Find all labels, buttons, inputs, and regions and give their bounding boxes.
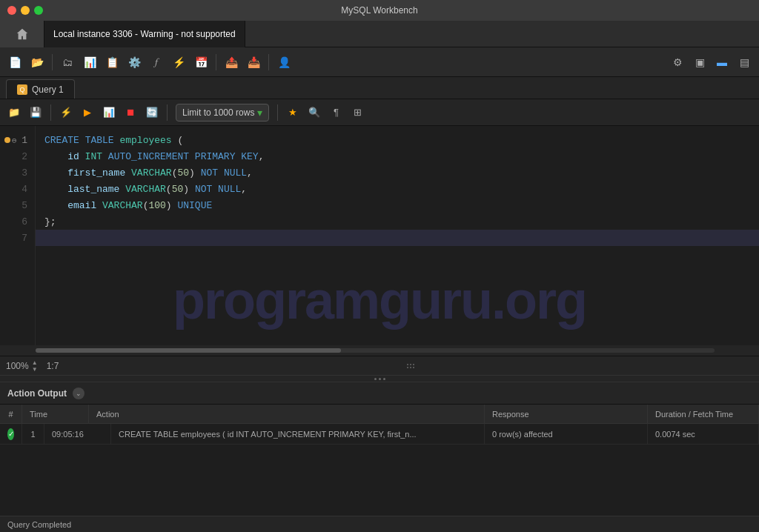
output-td-duration: 0.0074 sec [648,424,759,444]
line-num-5: 5 [0,197,35,213]
import-btn[interactable]: 📥 [243,52,264,73]
nav-bar: Local instance 3306 - Warning - not supp… [0,21,759,47]
stop-btn[interactable]: ⏹ [121,103,140,122]
limit-arrow-icon: ▾ [257,107,262,119]
bottom-status-bar: Query Completed [0,516,759,532]
line-num-3: 3 [0,164,35,181]
breakpoint-dot [4,137,10,143]
query-toolbar: 📁 💾 ⚡ ▶ 📊 ⏹ 🔄 Limit to 1000 rows ▾ ★ 🔍 ¶… [0,99,759,126]
output-table-header: # Time Action Response Duration / Fetch … [0,405,759,424]
trigger-btn[interactable]: ⚡ [168,52,189,73]
bookmark-btn[interactable]: ★ [283,103,302,122]
line-num-6: 6 [0,213,35,230]
col-header-duration: Duration / Fetch Time [648,405,759,423]
sep1 [52,54,53,70]
zoom-control: 100% ▲ ▼ [6,359,38,373]
line-num-1: ⊖ 1 [0,132,35,148]
search-btn[interactable]: 🔍 [305,103,324,122]
line-num-4: 4 [0,181,35,197]
output-td-time: 09:05:16 [44,424,111,444]
maximize-button[interactable] [34,6,43,15]
home-button[interactable] [0,21,44,47]
drag-dot-row-1 [407,364,414,365]
col-header-time: Time [22,405,89,423]
limit-dropdown[interactable]: Limit to 1000 rows ▾ [176,104,269,122]
col-header-action: Action [89,405,485,423]
connection-tab[interactable]: Local instance 3306 - Warning - not supp… [44,21,245,47]
code-content: ⊖ 1 2 3 4 5 6 7 CREATE TABLE employees (… [0,126,759,345]
query-tab-1[interactable]: Q Query 1 [6,79,75,99]
close-button[interactable] [7,6,16,15]
output-td-num: 1 [22,424,44,444]
drag-handle[interactable] [406,362,415,370]
main-toolbar: 📄 📂 🗂 📊 📋 ⚙️ 𝑓 ⚡ 📅 📤 📥 👤 ⚙ ▣ ▬ ▤ [0,47,759,77]
user-btn[interactable]: 👤 [274,52,294,73]
event-btn[interactable]: 📅 [190,52,211,73]
h-scrollbar-thumb[interactable] [36,348,341,353]
code-lines[interactable]: CREATE TABLE employees ( id INT AUTO_INC… [36,126,759,345]
resize-dots [374,378,385,380]
success-icon: ✓ [7,428,14,440]
execute-sel-btn[interactable]: ▶ [78,103,97,122]
sep2 [216,54,216,70]
save-script-btn[interactable]: 💾 [26,103,45,122]
code-line-7 [36,230,759,246]
execution-arrow: ⊖ [12,136,17,145]
func-btn[interactable]: 𝑓 [146,52,167,73]
editor-area: ⊖ 1 2 3 4 5 6 7 CREATE TABLE employees (… [0,126,759,375]
proc-btn[interactable]: ⚙️ [124,52,145,73]
format-btn[interactable]: ¶ [326,103,345,122]
output-header: Action Output ⌄ [0,382,759,405]
code-line-5: email VARCHAR(100) UNIQUE [36,197,759,213]
refresh-btn[interactable]: 🔄 [142,103,162,122]
app-title: MySQL Workbench [341,5,417,16]
layout3-btn[interactable]: ▤ [734,52,755,73]
layout2-btn[interactable]: ▬ [712,52,732,73]
line-num-7: 7 [0,230,35,246]
minimize-button[interactable] [21,6,30,15]
home-icon [16,27,29,41]
query-tab-icon: Q [17,84,27,95]
query-tabs: Q Query 1 [0,77,759,99]
editor-status-bar: 100% ▲ ▼ 1:7 [0,356,759,375]
output-td-response: 0 row(s) affected [485,424,648,444]
code-line-4: last_name VARCHAR(50) NOT NULL, [36,181,759,197]
code-line-6: }; [36,213,759,230]
view-btn[interactable]: 📋 [102,52,122,73]
sep-qt3 [277,104,278,121]
code-line-2: id INT AUTO_INCREMENT PRIMARY KEY, [36,148,759,164]
zoom-arrows[interactable]: ▲ ▼ [32,359,38,373]
snippet-btn[interactable]: ⊞ [348,103,367,122]
cursor-position: 1:7 [47,361,59,371]
code-editor[interactable]: ⊖ 1 2 3 4 5 6 7 CREATE TABLE employees (… [0,126,759,345]
connection-tab-label: Local instance 3306 - Warning - not supp… [53,29,236,39]
traffic-lights [0,6,43,15]
limit-label: Limit to 1000 rows [182,107,254,118]
output-panel-title: Action Output [7,388,67,399]
output-td-action: CREATE TABLE employees ( id INT AUTO_INC… [111,424,485,444]
layout1-btn[interactable]: ▣ [689,52,710,73]
line-num-2: 2 [0,148,35,164]
open-script-btn[interactable]: 📁 [4,103,24,122]
sep-qt2 [167,104,168,121]
sep3 [268,54,269,70]
output-row-1: ✓ 1 09:05:16 CREATE TABLE employees ( id… [0,424,759,445]
code-line-1: CREATE TABLE employees ( [36,132,759,148]
title-bar: MySQL Workbench [0,0,759,21]
output-toggle-btn[interactable]: ⌄ [73,388,84,399]
schema-btn[interactable]: 🗂 [57,52,78,73]
code-line-3: first_name VARCHAR(50) NOT NULL, [36,164,759,181]
table-btn[interactable]: 📊 [79,52,100,73]
settings-btn[interactable]: ⚙ [667,52,688,73]
export-btn[interactable]: 📤 [221,52,242,73]
resize-divider[interactable] [0,375,759,382]
h-scrollbar-area [0,345,759,356]
new-file-btn[interactable]: 📄 [4,52,25,73]
output-td-status: ✓ [0,424,22,444]
query-status-text: Query Completed [7,520,71,529]
open-btn[interactable]: 📂 [27,52,47,73]
explain-btn[interactable]: 📊 [99,103,119,122]
execute-btn[interactable]: ⚡ [56,103,76,122]
h-scrollbar-track[interactable] [36,348,715,353]
query-tab-label: Query 1 [32,84,64,95]
